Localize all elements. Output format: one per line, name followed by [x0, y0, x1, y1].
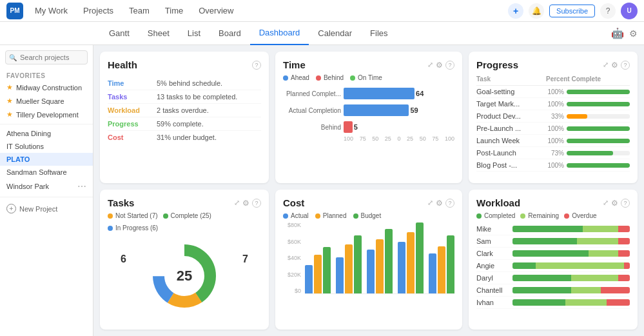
- cost-group-5: [429, 235, 454, 293]
- health-cost-label: Cost: [108, 133, 153, 141]
- workload-bar-bg: [512, 250, 630, 257]
- y-label-80k: $80K: [283, 222, 301, 228]
- time-help-icon[interactable]: ?: [445, 61, 454, 70]
- progress-bar-cell: 100%: [546, 137, 630, 144]
- tab-calendar[interactable]: Calendar: [309, 22, 361, 45]
- health-row-tasks: Tasks 13 tasks to be completed.: [108, 90, 261, 104]
- health-progress-value: 59% complete.: [157, 120, 204, 128]
- sidebar-item-mueller[interactable]: ★ Mueller Square: [0, 94, 93, 108]
- top-nav: PM My Work Projects Team Time Overview +…: [0, 0, 644, 22]
- tab-files[interactable]: Files: [361, 22, 396, 45]
- user-avatar[interactable]: U: [621, 3, 638, 19]
- donut-center-value: 25: [177, 268, 192, 284]
- health-workload-value: 2 tasks overdue.: [157, 106, 209, 114]
- workload-person-name: Angie: [476, 262, 509, 270]
- workload-seg-overdue: [601, 287, 630, 293]
- workload-bar-bg: [512, 226, 630, 232]
- sidebar-item-it[interactable]: IT Solutions: [0, 140, 93, 153]
- cost-bar-budget: [323, 247, 331, 293]
- progress-bar-cell: 100%: [546, 125, 630, 132]
- nav-time[interactable]: Time: [157, 0, 191, 22]
- time-chart: Planned Complet... 64 Actual Completion …: [283, 85, 454, 144]
- progress-col-pct: Percent Complete: [546, 75, 630, 83]
- progress-bar-bg: [567, 102, 630, 106]
- notifications-button[interactable]: 🔔: [529, 3, 544, 19]
- workload-card-title: Workload: [476, 197, 520, 208]
- logo[interactable]: PM: [6, 3, 23, 19]
- sidebar-item-tillery[interactable]: ★ Tillery Development: [0, 108, 93, 121]
- search-input[interactable]: [5, 50, 88, 64]
- sidebar-item-windsor[interactable]: Windsor Park ⋯: [0, 179, 93, 194]
- workload-person-name: Mike: [476, 225, 509, 233]
- legend-ahead: Ahead: [283, 74, 309, 81]
- sidebar-item-sandman[interactable]: Sandman Software: [0, 166, 93, 179]
- tasks-legend-in-progress: In Progress (6): [108, 224, 158, 232]
- workload-seg-remaining: [571, 275, 618, 281]
- health-time-label: Time: [108, 79, 153, 87]
- workload-rows: Mike Sam Clark Angie Daryl: [476, 223, 630, 309]
- cost-expand-icon[interactable]: ⤢: [427, 199, 433, 207]
- workload-seg-completed: [512, 262, 536, 269]
- new-project-button[interactable]: + New Project: [0, 200, 93, 217]
- nav-overview[interactable]: Overview: [191, 0, 241, 22]
- sub-nav: Gantt Sheet List Board Dashboard Calenda…: [0, 22, 644, 45]
- cost-chart: $80K $60K $40K $20K $0: [283, 222, 454, 306]
- layout: 🔍 Favorites ★ Midway Construction ★ Muel…: [0, 45, 644, 336]
- legend-behind: Behind: [316, 74, 344, 81]
- tab-dashboard[interactable]: Dashboard: [250, 22, 309, 45]
- workload-seg-remaining: [583, 226, 618, 232]
- workload-expand-icon[interactable]: ⤢: [603, 199, 609, 207]
- cost-bar-actual: [336, 257, 344, 293]
- progress-pct-value: 100%: [546, 88, 564, 95]
- settings-icon[interactable]: ⚙: [436, 61, 443, 70]
- sidebar-item-athena[interactable]: Athena Dining: [0, 127, 93, 140]
- cost-legend-budget: Budget: [353, 212, 382, 219]
- workload-help-icon[interactable]: ?: [621, 199, 630, 208]
- settings-icon[interactable]: ⚙: [629, 28, 638, 39]
- progress-bar-bg: [567, 90, 630, 94]
- more-icon[interactable]: ⋯: [77, 181, 86, 192]
- health-row-progress: Progress 59% complete.: [108, 117, 261, 131]
- progress-gear-icon[interactable]: ⚙: [611, 61, 618, 70]
- progress-pct-value: 100%: [546, 101, 564, 108]
- tab-sheet[interactable]: Sheet: [139, 22, 179, 45]
- ai-icon[interactable]: 🤖: [611, 27, 624, 39]
- workload-seg-remaining: [577, 238, 618, 244]
- workload-person-name: Sam: [476, 237, 509, 245]
- tab-gantt[interactable]: Gantt: [100, 22, 139, 45]
- health-help-icon[interactable]: ?: [252, 61, 261, 70]
- donut-center-label: 25: [177, 268, 192, 284]
- add-button[interactable]: +: [508, 3, 523, 19]
- nav-my-work[interactable]: My Work: [27, 0, 75, 22]
- progress-task-name: Goal-setting: [476, 88, 546, 95]
- favorites-label: Favorites: [0, 70, 93, 81]
- cost-bar-actual: [429, 253, 436, 293]
- nav-team[interactable]: Team: [121, 0, 157, 22]
- nav-projects[interactable]: Projects: [75, 0, 121, 22]
- cost-bar-planned: [407, 232, 415, 293]
- tasks-expand-icon[interactable]: ⤢: [234, 199, 240, 207]
- sidebar-item-plato[interactable]: PLATO: [0, 153, 93, 166]
- cost-bar-planned: [314, 255, 322, 293]
- subscribe-button[interactable]: Subscribe: [549, 5, 595, 17]
- workload-gear-icon[interactable]: ⚙: [611, 199, 618, 208]
- progress-help-icon[interactable]: ?: [621, 61, 630, 70]
- tasks-help-icon[interactable]: ?: [252, 199, 261, 208]
- progress-data-row: Pre-Launch ... 100%: [476, 123, 630, 135]
- tab-board[interactable]: Board: [210, 22, 250, 45]
- behind-pct-label: 5: [354, 123, 358, 131]
- workload-row: Ivhan: [476, 297, 630, 309]
- tasks-card-title: Tasks: [108, 197, 134, 208]
- expand-icon[interactable]: ⤢: [427, 61, 433, 69]
- tasks-gear-icon[interactable]: ⚙: [242, 199, 249, 208]
- help-button[interactable]: ?: [600, 3, 616, 19]
- cost-help-icon[interactable]: ?: [445, 199, 454, 208]
- health-card: Health ? Time 5% behind schedule. Tasks …: [100, 52, 269, 183]
- tab-list[interactable]: List: [179, 22, 210, 45]
- progress-bar-cell: 73%: [546, 150, 630, 157]
- time-card-title: Time: [283, 59, 306, 70]
- sidebar-item-midway[interactable]: ★ Midway Construction: [0, 81, 93, 94]
- workload-row: Daryl: [476, 272, 630, 284]
- progress-expand-icon[interactable]: ⤢: [603, 61, 609, 69]
- cost-gear-icon[interactable]: ⚙: [436, 199, 443, 208]
